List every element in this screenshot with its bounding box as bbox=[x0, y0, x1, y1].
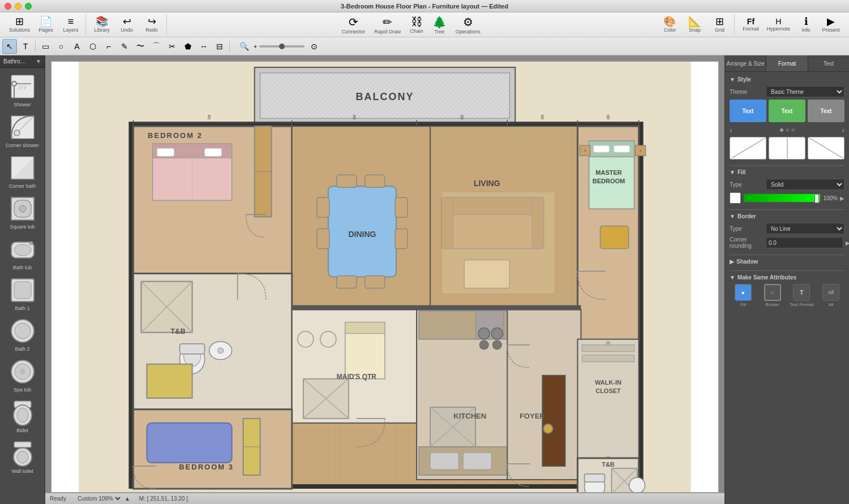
undo-button[interactable]: ↩ Undo bbox=[115, 14, 138, 36]
rapid-draw-button[interactable]: ✏ Rapid Draw bbox=[374, 15, 401, 35]
style-preview-line-br[interactable] bbox=[808, 137, 844, 160]
operations-button[interactable]: ⚙ Operations bbox=[456, 15, 481, 35]
tree-button[interactable]: 🌲 Tree bbox=[432, 15, 447, 35]
text2-tool[interactable]: A bbox=[70, 39, 84, 54]
layers-button[interactable]: ≡ Layers bbox=[59, 14, 82, 36]
make-same-collapse-icon[interactable]: ▼ bbox=[730, 274, 735, 281]
style-preview-green[interactable]: Text bbox=[769, 100, 805, 122]
drawing-canvas[interactable]: BALCONY bbox=[51, 61, 719, 493]
color-button[interactable]: 🎨 Color bbox=[658, 14, 681, 36]
shadow-section-label: Shadow bbox=[736, 259, 758, 265]
tab-format[interactable]: Format bbox=[766, 55, 808, 71]
format-button[interactable]: Ff Format bbox=[739, 14, 762, 36]
zoom-select[interactable]: Custom 109% 100% 75% 50% 150% 200% bbox=[75, 495, 122, 502]
ellipse-tool[interactable]: ○ bbox=[54, 39, 68, 54]
status-text: Ready bbox=[50, 496, 66, 502]
shape3-tool[interactable]: ⬟ bbox=[181, 39, 195, 54]
sidebar-item-corner-bath[interactable]: Corner bath bbox=[2, 152, 43, 191]
style-preview-gray[interactable]: Text bbox=[808, 100, 844, 122]
pages-button[interactable]: 📄 Pages bbox=[35, 14, 57, 36]
grid3-tool[interactable]: ⊟ bbox=[212, 39, 227, 54]
make-same-text-format[interactable]: T Text Format bbox=[788, 284, 816, 307]
hypernote-button[interactable]: H Hypernote bbox=[764, 14, 792, 36]
maximize-button[interactable] bbox=[25, 3, 32, 10]
redo-button[interactable]: ↪ Redo bbox=[140, 14, 163, 36]
sidebar-item-corner-shower[interactable]: Corner shower bbox=[2, 111, 43, 150]
sidebar-item-bath2[interactable]: Bath 2 bbox=[2, 315, 43, 354]
library-button[interactable]: 📚 Library bbox=[91, 14, 113, 36]
fill-color-gradient[interactable] bbox=[743, 193, 821, 203]
cut-tool[interactable]: ✂ bbox=[165, 39, 179, 54]
sidebar-item-bath-tub[interactable]: Bath tub bbox=[2, 233, 43, 273]
svg-point-90 bbox=[218, 348, 224, 354]
sidebar-item-wall-toilet[interactable]: Wall toilet bbox=[2, 437, 43, 476]
make-same-fill[interactable]: ■ Fill bbox=[730, 284, 757, 307]
arc-tool[interactable]: ⌒ bbox=[149, 39, 164, 54]
corner-rounding-row: Corner rounding ▶ bbox=[730, 236, 844, 249]
select-tool[interactable]: ↖ bbox=[2, 39, 17, 54]
shadow-collapse-icon[interactable]: ▶ bbox=[730, 259, 734, 265]
svg-point-128 bbox=[606, 341, 611, 346]
border-section: ▼ Border Type No Line Solid Dashed Corne… bbox=[730, 213, 844, 249]
rect-tool[interactable]: ▭ bbox=[38, 39, 53, 54]
pencil-tool[interactable]: ✎ bbox=[117, 39, 132, 54]
canvas-area[interactable]: BALCONY bbox=[45, 55, 724, 504]
resize-tool[interactable]: ↔ bbox=[196, 39, 211, 54]
svg-rect-72 bbox=[593, 145, 609, 152]
close-button[interactable] bbox=[5, 3, 11, 10]
fill-color-swatch[interactable] bbox=[730, 192, 741, 204]
minimize-button[interactable] bbox=[15, 3, 22, 10]
sidebar-item-shower[interactable]: Shower bbox=[2, 70, 43, 110]
style-preview-line-tr[interactable] bbox=[769, 137, 805, 160]
fill-gradient-thumb[interactable] bbox=[814, 194, 819, 203]
chain-button[interactable]: ⛓ Chain bbox=[410, 15, 423, 34]
bath2-icon bbox=[8, 317, 37, 345]
sidebar-item-square-tub[interactable]: Square tub bbox=[2, 192, 43, 232]
sidebar-item-spa-tub[interactable]: Spa tub bbox=[2, 355, 43, 395]
bracket-tool[interactable]: ⌐ bbox=[101, 39, 116, 54]
curve-tool[interactable]: 〜 bbox=[133, 39, 148, 54]
style-preview-line-tl[interactable] bbox=[730, 137, 766, 160]
text-tool[interactable]: T bbox=[18, 39, 33, 54]
shadow-section: ▶ Shadow bbox=[730, 259, 844, 265]
fill-collapse-icon[interactable]: ▼ bbox=[730, 169, 735, 175]
zoom-slider-track[interactable] bbox=[259, 45, 305, 48]
style-prev-arrow[interactable]: ‹ bbox=[730, 126, 732, 135]
present-button[interactable]: ▶ Present bbox=[820, 14, 842, 36]
sidebar-item-bidet[interactable]: Bidet bbox=[2, 396, 43, 436]
svg-rect-88 bbox=[180, 344, 205, 354]
svg-rect-126 bbox=[582, 345, 634, 352]
grid-button[interactable]: ⊞ Grid bbox=[708, 14, 731, 36]
zoom-slider-thumb[interactable] bbox=[279, 44, 285, 49]
border-collapse-icon[interactable]: ▼ bbox=[730, 213, 735, 219]
fill-type-select[interactable]: Solid Linear Radial None bbox=[766, 179, 844, 190]
corner-rounding-input[interactable] bbox=[766, 237, 843, 248]
svg-text:LIVING: LIVING bbox=[474, 179, 500, 188]
make-same-all[interactable]: All All bbox=[817, 284, 844, 307]
zoom-in-button[interactable]: ⊙ bbox=[307, 39, 321, 54]
tab-arrange-size[interactable]: Arrange & Size bbox=[725, 55, 766, 71]
svg-text:BEDROOM 3: BEDROOM 3 bbox=[179, 463, 234, 471]
svg-rect-94 bbox=[292, 305, 581, 310]
style-next-arrow[interactable]: › bbox=[842, 126, 844, 135]
info-button[interactable]: ℹ Info bbox=[795, 14, 817, 36]
solutions-button[interactable]: ⊞ Solutions bbox=[7, 14, 32, 36]
fill-opacity-arrow-icon[interactable]: ▶ bbox=[840, 195, 844, 201]
snap-button[interactable]: 📐 Snap bbox=[683, 14, 706, 36]
svg-rect-59 bbox=[395, 229, 408, 248]
polygon-tool[interactable]: ⬡ bbox=[85, 39, 100, 54]
status-zoom[interactable]: Custom 109% 100% 75% 50% 150% 200% ▲ bbox=[75, 495, 130, 502]
zoom-out-button[interactable]: 🔍 bbox=[237, 39, 251, 54]
svg-point-23 bbox=[20, 369, 25, 374]
corner-rounding-arrow-icon[interactable]: ▶ bbox=[846, 240, 849, 246]
fill-section: ▼ Fill Type Solid Linear Radial None bbox=[730, 169, 844, 204]
sidebar-item-bath1[interactable]: Bath 1 bbox=[2, 274, 43, 313]
tab-text[interactable]: Text bbox=[808, 55, 849, 71]
theme-select[interactable]: Basic Theme bbox=[766, 86, 844, 97]
svg-text:BALCONY: BALCONY bbox=[355, 91, 414, 102]
style-collapse-icon[interactable]: ▼ bbox=[730, 76, 735, 83]
make-same-border[interactable]: □ Border bbox=[759, 284, 786, 307]
connector-button[interactable]: ⟳ Connector bbox=[342, 15, 366, 35]
border-type-select[interactable]: No Line Solid Dashed bbox=[766, 223, 844, 234]
style-preview-blue[interactable]: Text bbox=[730, 100, 766, 122]
